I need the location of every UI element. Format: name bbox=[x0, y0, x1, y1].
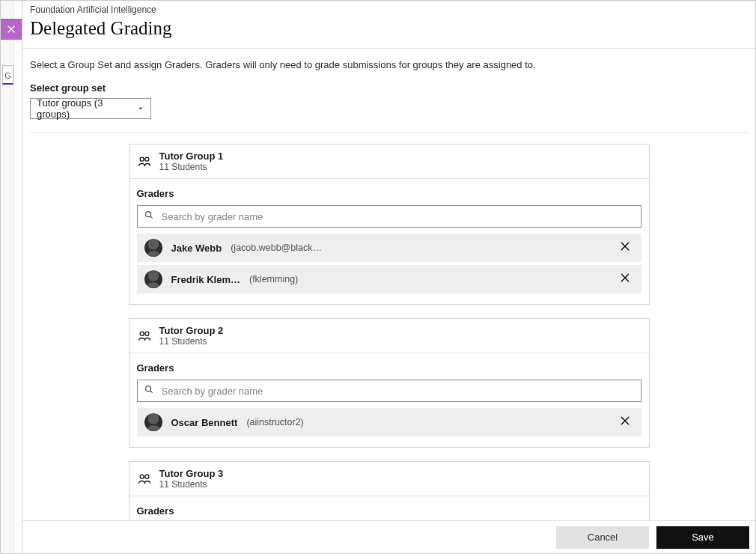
search-icon bbox=[144, 210, 154, 223]
remove-grader-button[interactable] bbox=[616, 413, 634, 431]
close-icon bbox=[619, 415, 631, 430]
group-header: Tutor Group 111 Students bbox=[129, 144, 649, 179]
group-title: Tutor Group 3 bbox=[159, 468, 224, 479]
group-header-text: Tutor Group 311 Students bbox=[159, 468, 224, 490]
avatar bbox=[144, 239, 162, 257]
svg-point-4 bbox=[144, 332, 148, 335]
grader-name: Fredrik Klem… bbox=[171, 274, 240, 285]
close-icon bbox=[6, 24, 16, 34]
group-header-text: Tutor Group 211 Students bbox=[159, 325, 224, 347]
close-button[interactable] bbox=[1, 19, 22, 40]
remove-grader-button[interactable] bbox=[616, 239, 634, 257]
group-card: Tutor Group 111 StudentsGradersJake Webb… bbox=[129, 144, 650, 305]
graders-label: Graders bbox=[137, 188, 641, 199]
close-icon bbox=[619, 272, 631, 287]
grader-search[interactable] bbox=[137, 205, 641, 228]
group-title: Tutor Group 2 bbox=[159, 325, 224, 336]
svg-point-6 bbox=[140, 475, 144, 478]
chevron-down-icon bbox=[137, 105, 144, 112]
group-icon bbox=[137, 329, 152, 344]
grader-search-input[interactable] bbox=[160, 385, 635, 398]
group-title: Tutor Group 1 bbox=[159, 150, 224, 162]
grader-name: Oscar Bennett bbox=[171, 417, 238, 428]
group-subtext: 11 Students bbox=[159, 336, 224, 347]
footer: Cancel Save bbox=[22, 520, 755, 553]
breadcrumb: Foundation Artificial Intelligence bbox=[30, 4, 748, 15]
graders-label: Graders bbox=[137, 362, 641, 374]
group-header-text: Tutor Group 111 Students bbox=[159, 150, 224, 172]
grader-row: Jake Webb(jacob.webb@black… bbox=[137, 234, 641, 262]
panel: Foundation Artificial Intelligence Deleg… bbox=[22, 1, 755, 553]
app-frame: G Foundation Artificial Intelligence Del… bbox=[0, 0, 756, 554]
groups-column: Tutor Group 111 StudentsGradersJake Webb… bbox=[129, 144, 650, 520]
group-card: Tutor Group 311 StudentsGradersArthur Wa… bbox=[129, 461, 650, 520]
grader-username: (aiinstructor2) bbox=[246, 417, 303, 427]
grader-username: (jacob.webb@black… bbox=[231, 243, 322, 253]
avatar bbox=[144, 413, 162, 431]
grader-name: Jake Webb bbox=[171, 243, 222, 254]
svg-point-1 bbox=[144, 157, 148, 161]
group-subtext: 11 Students bbox=[159, 162, 224, 172]
group-body: GradersOscar Bennett(aiinstructor2) bbox=[129, 353, 649, 447]
grader-username: (fklemming) bbox=[249, 274, 298, 284]
group-subtext: 11 Students bbox=[159, 479, 224, 490]
graders-label: Graders bbox=[137, 505, 641, 517]
svg-point-7 bbox=[144, 475, 148, 478]
group-icon bbox=[137, 472, 152, 487]
group-body: GradersJake Webb(jacob.webb@black…Fredri… bbox=[129, 179, 649, 304]
scroll-area[interactable]: Select a Group Set and assign Graders. G… bbox=[22, 49, 755, 520]
group-set-select[interactable]: Tutor groups (3 groups) bbox=[30, 98, 151, 119]
grader-search-input[interactable] bbox=[160, 210, 635, 223]
group-set-value: Tutor groups (3 groups) bbox=[37, 97, 137, 120]
svg-point-2 bbox=[145, 212, 150, 217]
group-body: GradersArthur Ward(aiinstructor1) bbox=[129, 496, 649, 520]
save-button[interactable]: Save bbox=[656, 526, 749, 549]
panel-header: Foundation Artificial Intelligence Deleg… bbox=[22, 1, 755, 49]
background-tab: G bbox=[2, 65, 13, 85]
group-header: Tutor Group 311 Students bbox=[129, 462, 649, 496]
grader-row: Oscar Bennett(aiinstructor2) bbox=[137, 408, 641, 436]
group-set-label: Select group set bbox=[30, 82, 748, 94]
group-icon bbox=[137, 154, 152, 169]
svg-point-3 bbox=[140, 332, 144, 335]
intro-text: Select a Group Set and assign Graders. G… bbox=[30, 59, 748, 70]
avatar bbox=[144, 270, 162, 288]
svg-point-5 bbox=[145, 386, 150, 392]
grader-search[interactable] bbox=[137, 380, 641, 402]
group-card: Tutor Group 211 StudentsGradersOscar Ben… bbox=[129, 318, 650, 448]
search-icon bbox=[144, 384, 154, 398]
page-title: Delegated Grading bbox=[30, 18, 748, 39]
close-icon bbox=[619, 240, 631, 255]
divider bbox=[30, 133, 748, 133]
cancel-button[interactable]: Cancel bbox=[556, 526, 649, 549]
remove-grader-button[interactable] bbox=[616, 270, 634, 288]
svg-point-0 bbox=[140, 157, 144, 161]
group-header: Tutor Group 211 Students bbox=[129, 319, 649, 353]
grader-row: Fredrik Klem…(fklemming) bbox=[137, 265, 641, 293]
